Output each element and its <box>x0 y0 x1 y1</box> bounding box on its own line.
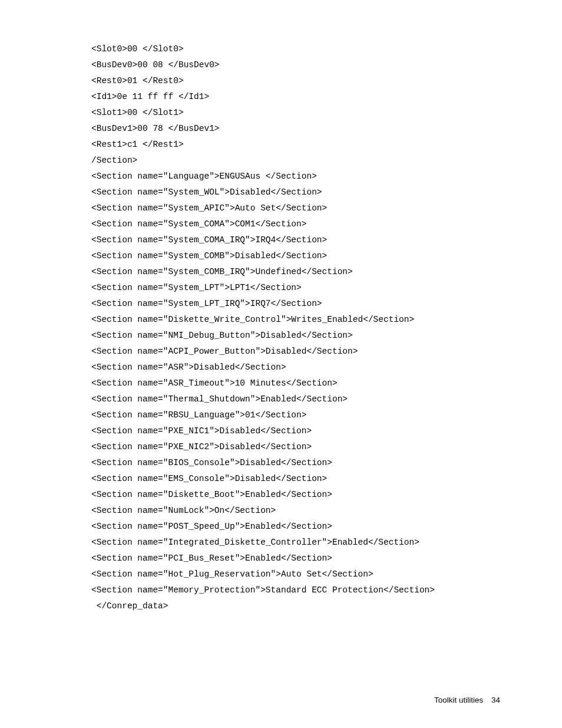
code-line: <Rest0>01 </Rest0> <box>91 73 562 89</box>
code-line: <Section name="System_LPT_IRQ">IRQ7</Sec… <box>91 296 562 312</box>
code-line: <BusDev0>00 08 </BusDev0> <box>91 57 562 73</box>
code-line: <Section name="ASR_Timeout">10 Minutes</… <box>91 375 562 391</box>
code-line: <Section name="Memory_Protection">Standa… <box>91 582 562 598</box>
code-block: <Slot0>00 </Slot0><BusDev0>00 08 </BusDe… <box>91 41 562 614</box>
code-line: <Section name="PXE_NIC1">Disabled</Secti… <box>91 423 562 439</box>
code-line: <Section name="Language">ENGUSAus </Sect… <box>91 169 562 185</box>
page-footer: Toolkit utilities 34 <box>434 696 500 704</box>
code-line: <Slot1>00 </Slot1> <box>91 105 562 121</box>
code-line: <Section name="ACPI_Power_Button">Disabl… <box>91 344 562 360</box>
code-line: <Section name="NMI_Debug_Button">Disable… <box>91 328 562 344</box>
code-line: <Id1>0e 11 ff ff </Id1> <box>91 89 562 105</box>
footer-label: Toolkit utilities <box>434 696 483 704</box>
code-line: <Section name="System_COMA_IRQ">IRQ4</Se… <box>91 232 562 248</box>
code-line: <Rest1>c1 </Rest1> <box>91 137 562 153</box>
code-line: <Section name="BIOS_Console">Disabled</S… <box>91 455 562 471</box>
code-line: <Section name="ASR">Disabled</Section> <box>91 360 562 375</box>
code-line: <Section name="System_WOL">Disabled</Sec… <box>91 185 562 200</box>
footer-page-number: 34 <box>491 696 500 704</box>
code-line: <Section name="EMS_Console">Disabled</Se… <box>91 471 562 487</box>
code-line: <Section name="NumLock">On</Section> <box>91 503 562 519</box>
code-line: </Conrep_data> <box>91 598 562 614</box>
code-line: <Slot0>00 </Slot0> <box>91 41 562 57</box>
code-line: <Section name="POST_Speed_Up">Enabled</S… <box>91 519 562 535</box>
code-line: <Section name="Hot_Plug_Reservation">Aut… <box>91 566 562 582</box>
code-line: <Section name="System_LPT">LPT1</Section… <box>91 280 562 296</box>
code-line: <Section name="Diskette_Boot">Enabled</S… <box>91 487 562 503</box>
code-line: <Section name="System_COMA">COM1</Sectio… <box>91 216 562 232</box>
code-line: <BusDev1>00 78 </BusDev1> <box>91 121 562 137</box>
code-line: <Section name="System_COMB_IRQ">Undefine… <box>91 264 562 280</box>
code-line: <Section name="Thermal_Shutdown">Enabled… <box>91 391 562 407</box>
code-line: <Section name="PCI_Bus_Reset">Enabled</S… <box>91 551 562 566</box>
code-line: <Section name="PXE_NIC2">Disabled</Secti… <box>91 439 562 455</box>
code-line: /Section> <box>91 153 562 169</box>
code-line: <Section name="RBSU_Language">01</Sectio… <box>91 407 562 423</box>
code-line: <Section name="System_COMB">Disabled</Se… <box>91 248 562 264</box>
code-line: <Section name="Diskette_Write_Control">W… <box>91 312 562 328</box>
code-line: <Section name="Integrated_Diskette_Contr… <box>91 535 562 551</box>
code-line: <Section name="System_APIC">Auto Set</Se… <box>91 200 562 216</box>
